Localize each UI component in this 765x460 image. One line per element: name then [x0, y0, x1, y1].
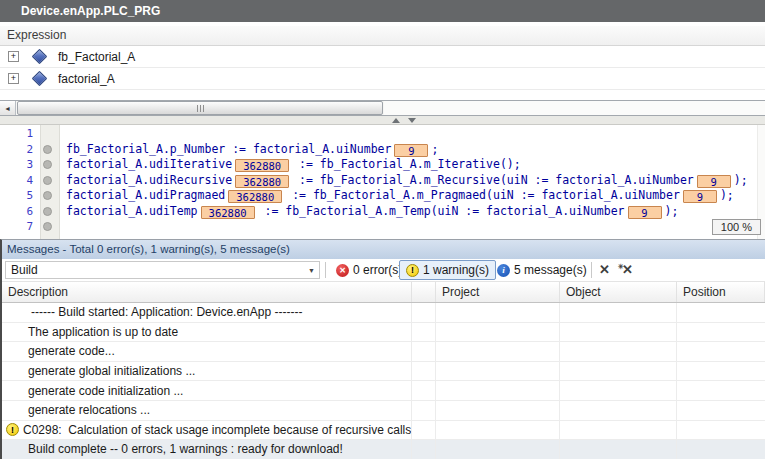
line-number: 4	[0, 174, 36, 187]
watch-column-header[interactable]: Expression	[0, 26, 765, 46]
message-row[interactable]: Build complete -- 0 errors, 1 warnings :…	[2, 440, 765, 459]
editor-tab-title[interactable]: Device.enApp.PLC_PRG	[0, 0, 765, 22]
expand-plus-icon[interactable]: +	[8, 73, 19, 84]
scrollbar-thumb[interactable]	[17, 101, 383, 115]
position-cell	[677, 421, 765, 440]
column-header-object[interactable]: Object	[560, 282, 677, 302]
message-row[interactable]: generate relocations ...	[2, 401, 765, 421]
breakpoint-dot-icon[interactable]	[43, 222, 52, 231]
code-token-text: factorial_A.udiRecursive	[66, 173, 232, 187]
object-cell	[560, 342, 677, 361]
message-row[interactable]: !C0298: Calculation of stack usage incom…	[2, 421, 765, 441]
column-header-blank[interactable]	[412, 282, 436, 302]
code-token-text: );	[720, 188, 734, 202]
inline-monitor-value: 362880	[235, 159, 289, 172]
code-statement[interactable]: factorial_A.udiTemp362880 := fb_Factoria…	[58, 204, 765, 219]
breakpoint-cell[interactable]	[36, 191, 58, 200]
breakpoint-cell[interactable]	[36, 222, 58, 231]
code-token-text: );	[665, 204, 679, 218]
watch-list-empty-area[interactable]	[0, 90, 765, 100]
position-cell	[677, 342, 765, 361]
code-line[interactable]: 3factorial_A.udiIterative362880 := fb_Fa…	[0, 157, 765, 173]
code-lines[interactable]: 12fb_Factorial_A.p_Number := factorial_A…	[0, 126, 765, 235]
line-number: 5	[0, 189, 36, 202]
message-text: generate code initialization ...	[28, 384, 183, 398]
plc-ide-window: Device.enApp.PLC_PRG Expression +fb_Fact…	[0, 0, 765, 460]
column-header-project[interactable]: Project	[436, 282, 560, 302]
code-line[interactable]: 6factorial_A.udiTemp362880 := fb_Factori…	[0, 204, 765, 220]
breakpoint-dot-icon[interactable]	[43, 145, 52, 154]
breakpoint-cell[interactable]	[36, 145, 58, 154]
messages-summary-label: Messages - Total 0 error(s), 1 warning(s…	[7, 243, 290, 255]
code-token-text: factorial_A.udiPragmaed	[66, 188, 225, 202]
message-category-combobox[interactable]: Build ▼	[5, 261, 320, 279]
inline-monitor-value: 362880	[201, 206, 255, 219]
breakpoint-dot-icon[interactable]	[43, 191, 52, 200]
breakpoint-dot-icon[interactable]	[43, 160, 52, 169]
watch-row[interactable]: +factorial_A	[0, 68, 765, 90]
code-line[interactable]: 4factorial_A.udiRecursive362880 := fb_Fa…	[0, 173, 765, 189]
breakpoint-cell[interactable]	[36, 176, 58, 185]
message-text: generate relocations ...	[28, 403, 150, 417]
watch-expression-label: fb_Factorial_A	[58, 50, 135, 64]
blank-cell	[412, 362, 436, 381]
code-statement[interactable]: factorial_A.udiIterative362880 := fb_Fac…	[58, 157, 765, 172]
line-number: 6	[0, 205, 36, 218]
messages-panel-header[interactable]: Messages - Total 0 error(s), 1 warning(s…	[2, 240, 765, 259]
code-token-text: factorial_A.udiIterative	[66, 157, 232, 171]
expand-plus-icon[interactable]: +	[8, 51, 19, 62]
watch-row[interactable]: +fb_Factorial_A	[0, 46, 765, 68]
expression-column-label: Expression	[7, 28, 66, 42]
code-statement[interactable]: factorial_A.udiRecursive362880 := fb_Fac…	[58, 173, 765, 188]
errors-filter-button[interactable]: ✕ 0 error(s)	[330, 260, 408, 280]
code-statement[interactable]: factorial_A.udiPragmaed362880 := fb_Fact…	[58, 188, 765, 203]
code-token-text: := fb_Factorial_A.m_Pragmaed(uiN := fact…	[285, 188, 680, 202]
object-cell	[560, 421, 677, 440]
scroll-left-arrow-icon[interactable]: ◄	[0, 101, 16, 115]
combobox-value: Build	[6, 263, 304, 277]
splitter-collapse-up-icon[interactable]	[392, 118, 400, 123]
scrollbar-track[interactable]	[384, 101, 765, 115]
warnings-filter-button[interactable]: ! 1 warning(s)	[399, 260, 496, 280]
breakpoint-cell[interactable]	[36, 207, 58, 216]
code-statement[interactable]: fb_Factorial_A.p_Number := factorial_A.u…	[58, 142, 765, 157]
messages-filter-button[interactable]: i 5 message(s)	[491, 260, 593, 280]
clear-all-messages-button[interactable]: ✕✳	[622, 262, 633, 278]
message-row[interactable]: generate global initializations ...	[2, 362, 765, 382]
column-header-position[interactable]: Position	[677, 282, 765, 302]
code-line[interactable]: 1	[0, 126, 765, 142]
description-cell: generate code initialization ...	[2, 381, 412, 400]
breakpoint-dot-icon[interactable]	[43, 207, 52, 216]
warnings-filter-label: 1 warning(s)	[423, 263, 489, 277]
code-line[interactable]: 5factorial_A.udiPragmaed362880 := fb_Fac…	[0, 188, 765, 204]
message-row[interactable]: The application is up to date	[2, 323, 765, 343]
code-line[interactable]: 2fb_Factorial_A.p_Number := factorial_A.…	[0, 142, 765, 158]
scrollbar-grip	[203, 105, 204, 112]
object-cell	[560, 362, 677, 381]
blank-cell	[412, 401, 436, 420]
pane-splitter[interactable]	[0, 116, 765, 125]
breakpoint-dot-icon[interactable]	[43, 176, 52, 185]
message-row[interactable]: generate code...	[2, 342, 765, 362]
code-line[interactable]: 7	[0, 219, 765, 235]
object-cell	[560, 440, 677, 459]
object-cell	[560, 303, 677, 322]
messages-table-body: ------ Build started: Application: Devic…	[2, 303, 765, 459]
code-token-text: := fb_Factorial_A.m_Temp(uiN := factoria…	[258, 204, 625, 218]
code-token-text: );	[734, 173, 748, 187]
code-editor[interactable]: 12fb_Factorial_A.p_Number := factorial_A…	[0, 125, 765, 239]
editor-zoom-level[interactable]: 100 %	[712, 219, 761, 235]
messages-toolbar: Build ▼ ✕ 0 error(s) ! 1 warning(s) i 5 …	[2, 259, 765, 282]
chevron-down-icon[interactable]: ▼	[304, 262, 319, 278]
column-header-description[interactable]: Description	[2, 282, 412, 302]
watch-horizontal-scrollbar[interactable]: ◄	[0, 100, 765, 116]
project-cell	[436, 381, 560, 400]
message-row[interactable]: generate code initialization ...	[2, 381, 765, 401]
description-cell: The application is up to date	[2, 323, 412, 342]
message-text: The application is up to date	[28, 325, 178, 339]
breakpoint-cell[interactable]	[36, 160, 58, 169]
blank-cell	[412, 421, 436, 440]
clear-message-button[interactable]: ✕	[599, 262, 610, 278]
message-row[interactable]: ------ Build started: Application: Devic…	[2, 303, 765, 323]
splitter-collapse-down-icon[interactable]	[408, 118, 416, 123]
